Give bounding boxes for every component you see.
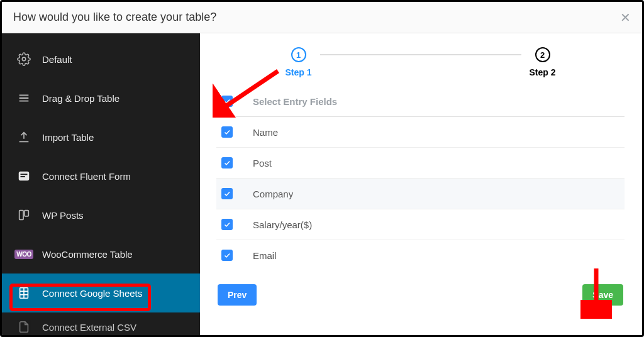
sidebar-item-default[interactable]: Default [2,40,200,79]
save-button[interactable]: Save [582,284,623,306]
sidebar-item-label: Drag & Drop Table [42,93,119,104]
sidebar-item-google-sheets[interactable]: Connect Google Sheets [2,273,200,312]
field-row-post: Post [216,148,625,179]
close-icon[interactable]: ✕ [620,10,631,25]
sidebar-item-label: Default [42,54,72,65]
sheet-icon [17,286,31,300]
stepper: 1 Step 1 2 Step 2 [216,47,625,77]
sidebar-item-label: Connect Google Sheets [42,288,142,299]
sidebar-item-label: Connect External CSV [42,322,136,333]
footer-actions: Prev Save [216,284,625,306]
field-row-email: Email [216,240,625,270]
prev-button[interactable]: Prev [218,284,257,306]
field-label: Post [253,158,272,168]
sidebar-item-import[interactable]: Import Table [2,118,200,157]
sidebar-item-fluent-form[interactable]: Connect Fluent Form [2,157,200,196]
file-icon [17,320,31,334]
field-row-name: Name [216,117,625,148]
svg-point-0 [22,57,26,61]
sidebar-item-label: Connect Fluent Form [42,171,131,182]
posts-icon [17,208,31,222]
sidebar-item-drag-drop[interactable]: Drag & Drop Table [2,79,200,118]
svg-rect-6 [21,176,25,177]
checkbox-post[interactable] [221,157,233,168]
fields-header-label: Select Entry Fields [253,96,337,107]
fields-list: Select Entry Fields Name Post Company Sa… [216,86,625,270]
svg-rect-5 [21,174,28,175]
step-connector [320,54,521,55]
step-1[interactable]: 1 Step 1 [280,47,318,77]
checkbox-name[interactable] [221,126,233,138]
sidebar-item-woocommerce[interactable]: WOO WooCommerce Table [2,235,200,273]
sidebar-item-external-csv[interactable]: Connect External CSV [2,312,200,335]
modal-title: How would you like to create your table? [13,11,216,24]
checkbox-email[interactable] [221,250,233,261]
checkbox-salary[interactable] [221,219,233,230]
field-label: Salary/year($) [253,219,312,230]
woo-badge-icon: WOO [17,247,31,261]
checkbox-company[interactable] [221,188,233,199]
svg-rect-8 [25,211,28,216]
modal-header: How would you like to create your table?… [2,2,642,33]
field-row-salary: Salary/year($) [216,209,625,240]
field-row-company: Company [216,179,625,209]
upload-icon [17,130,31,144]
gear-icon [17,52,31,66]
sidebar: Default Drag & Drop Table Import Table C… [2,33,200,335]
content-panel: 1 Step 1 2 Step 2 Select Entry Fields Na… [200,33,642,335]
sidebar-item-label: Import Table [42,132,94,143]
field-label: Email [253,250,277,261]
select-all-row: Select Entry Fields [216,86,625,117]
step-2[interactable]: 2 Step 2 [524,47,562,77]
drag-icon [17,91,31,105]
field-label: Company [253,189,293,199]
sidebar-item-label: WooCommerce Table [42,249,133,260]
field-label: Name [253,127,278,138]
form-icon [17,169,31,183]
sidebar-item-wp-posts[interactable]: WP Posts [2,196,200,235]
checkbox-select-all[interactable] [221,96,233,107]
svg-rect-7 [19,211,23,220]
sidebar-item-label: WP Posts [42,210,84,221]
